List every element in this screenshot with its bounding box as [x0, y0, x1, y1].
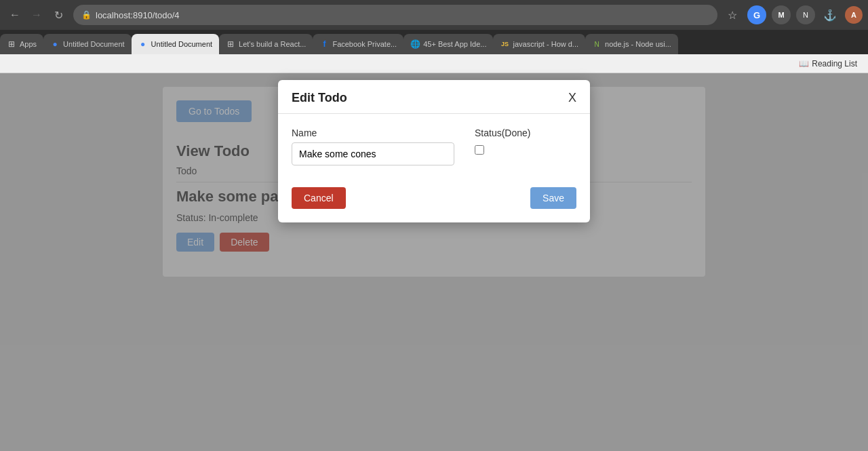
avatar[interactable]: A	[845, 6, 863, 24]
modal-body: Name Status(Done)	[278, 114, 590, 179]
tab-javascript-favicon: JS	[500, 39, 509, 49]
tab-facebook-label: Facebook Private...	[332, 40, 397, 48]
tab-appide-favicon: 🌐	[410, 39, 420, 49]
reading-list-label: Reading List	[812, 59, 857, 68]
nav-buttons: ← → ↻	[5, 5, 68, 24]
tab-react-favicon: ⊞	[226, 39, 235, 49]
status-done-label: Status(Done)	[475, 128, 530, 138]
tab-appide-label: 45+ Best App Ide...	[423, 40, 486, 48]
tab-nodejs-favicon: N	[592, 39, 601, 49]
save-button[interactable]: Save	[530, 187, 576, 209]
extensions-puzzle-icon[interactable]: ⚓	[821, 5, 840, 24]
tab-react-label: Let's build a React...	[239, 40, 306, 48]
reading-list-icon: 📖	[799, 59, 809, 68]
status-checkbox-wrapper	[475, 145, 530, 155]
tab-untitled2[interactable]: ● Untitled Document	[132, 34, 220, 54]
tab-untitled2-label: Untitled Document	[151, 40, 213, 48]
tab-untitled2-favicon: ●	[138, 39, 148, 49]
tab-apps-label: Apps	[20, 40, 37, 48]
modal-overlay: Edit Todo X Name Status(Done) Cancel	[0, 73, 868, 451]
name-label: Name	[292, 128, 454, 138]
modal-footer: Cancel Save	[278, 179, 590, 222]
browser-toolbar: ← → ↻ 🔒 ☆ G M N ⚓ A	[0, 0, 868, 30]
extensions-g-icon[interactable]: G	[747, 5, 766, 24]
address-bar[interactable]: 🔒	[73, 5, 717, 25]
name-input[interactable]	[292, 142, 454, 165]
tab-react[interactable]: ⊞ Let's build a React...	[219, 34, 313, 54]
modal-header: Edit Todo X	[278, 80, 590, 114]
url-input[interactable]	[96, 10, 709, 20]
extensions-n-icon[interactable]: N	[796, 5, 815, 24]
name-form-group: Name	[292, 128, 454, 165]
lock-icon: 🔒	[81, 10, 92, 20]
tab-untitled1-favicon: ●	[50, 39, 60, 49]
page-content: Go to Todos View Todo Todo Make some pas…	[0, 73, 868, 451]
toolbar-actions: ☆ G M N ⚓ A	[723, 5, 863, 24]
tab-appide[interactable]: 🌐 45+ Best App Ide...	[403, 34, 493, 54]
forward-button[interactable]: →	[27, 5, 46, 24]
tab-untitled1[interactable]: ● Untitled Document	[43, 34, 132, 54]
status-form-group: Status(Done)	[475, 128, 530, 165]
tab-facebook-favicon: f	[319, 39, 329, 49]
tab-untitled1-label: Untitled Document	[63, 40, 125, 48]
status-checkbox[interactable]	[475, 145, 484, 155]
star-icon[interactable]: ☆	[723, 5, 742, 24]
tab-apps-favicon: ⊞	[7, 39, 16, 49]
modal-title: Edit Todo	[292, 91, 347, 105]
tab-facebook[interactable]: f Facebook Private...	[313, 34, 403, 54]
modal-close-button[interactable]: X	[568, 91, 576, 105]
bookmarks-bar: 📖 Reading List	[0, 54, 868, 73]
reload-button[interactable]: ↻	[49, 5, 68, 24]
cancel-button[interactable]: Cancel	[292, 187, 346, 209]
tab-apps[interactable]: ⊞ Apps	[0, 34, 43, 54]
tab-nodejs-label: node.js - Node usi...	[605, 40, 671, 48]
tabs-bar: ⊞ Apps ● Untitled Document ● Untitled Do…	[0, 30, 868, 54]
extensions-m-icon[interactable]: M	[772, 5, 791, 24]
tab-javascript[interactable]: JS javascript - How d...	[493, 34, 585, 54]
browser-chrome: ← → ↻ 🔒 ☆ G M N ⚓ A ⊞ Apps ● Untitled Do…	[0, 0, 868, 73]
reading-list-bookmark[interactable]: 📖 Reading List	[793, 58, 863, 70]
back-button[interactable]: ←	[5, 5, 24, 24]
tab-nodejs[interactable]: N node.js - Node usi...	[585, 34, 678, 54]
tab-javascript-label: javascript - How d...	[513, 40, 578, 48]
edit-todo-modal: Edit Todo X Name Status(Done) Cancel	[278, 80, 590, 222]
